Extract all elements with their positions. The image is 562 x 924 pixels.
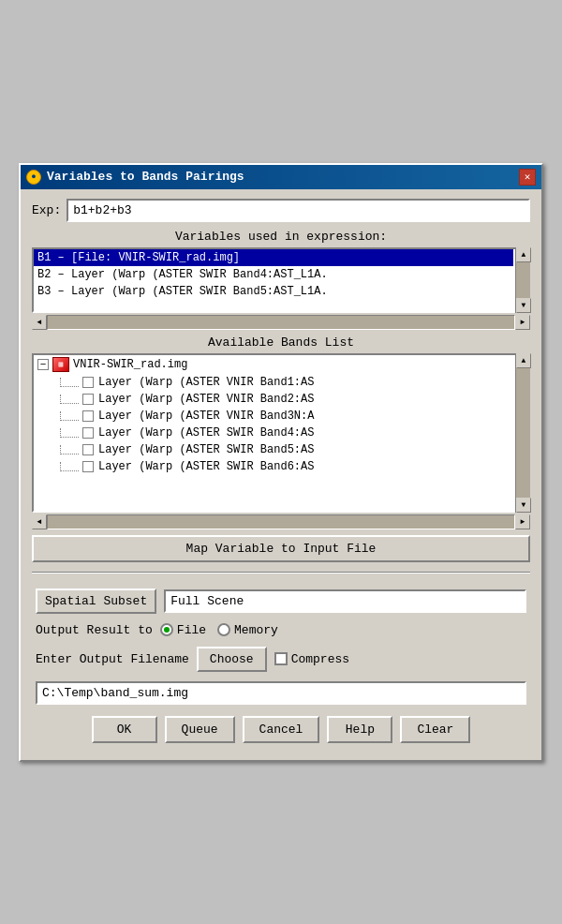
variables-list-wrapper: B1 – [File: VNIR-SWIR_rad.img] B2 – Laye…: [32, 247, 530, 313]
band-checkbox-5[interactable]: [82, 461, 94, 472]
output-radio-group: File Memory: [160, 623, 278, 637]
bands-scroll-up[interactable]: ▲: [516, 353, 531, 368]
bands-scroll-down[interactable]: ▼: [516, 498, 531, 513]
band-label-3: Layer (Warp (ASTER SWIR Band4:AS: [98, 426, 314, 440]
bands-section-label: Available Bands List: [32, 335, 530, 350]
bands-scroll-track[interactable]: [516, 368, 530, 498]
vars-scroll-left[interactable]: ◄: [32, 315, 47, 330]
tree-connector-4: [60, 445, 79, 455]
close-button[interactable]: ✕: [519, 169, 536, 186]
map-variable-button[interactable]: Map Variable to Input File: [32, 535, 530, 562]
band-label-0: Layer (Warp (ASTER VNIR Band1:AS: [98, 376, 314, 389]
vars-scroll-down[interactable]: ▼: [516, 298, 531, 313]
band-item-3[interactable]: Layer (Warp (ASTER SWIR Band4:AS: [34, 425, 513, 441]
radio-file-label: File: [177, 623, 206, 637]
tree-root-label: VNIR-SWIR_rad.img: [73, 358, 187, 371]
variables-section-label: Variables used in expression:: [32, 230, 530, 244]
divider: [32, 572, 530, 574]
file-icon: ▦: [52, 357, 69, 372]
variable-item-1[interactable]: B2 – Layer (Warp (ASTER SWIR Band4:AST_L…: [34, 266, 513, 283]
bands-vscrollbar: ▲ ▼: [515, 353, 530, 513]
radio-file-circle[interactable]: [160, 623, 173, 636]
main-content: Exp: Variables used in expression: B1 – …: [21, 189, 541, 760]
bands-list[interactable]: − ▦ VNIR-SWIR_rad.img Layer (Warp (ASTER…: [32, 353, 530, 513]
band-label-1: Layer (Warp (ASTER VNIR Band2:AS: [98, 393, 314, 406]
tree-connector-5: [60, 462, 79, 471]
action-buttons-row: OK Queue Cancel Help Clear: [36, 716, 526, 743]
band-item-4[interactable]: Layer (Warp (ASTER SWIR Band5:AS: [34, 441, 513, 458]
clear-button[interactable]: Clear: [400, 716, 470, 743]
help-button[interactable]: Help: [327, 716, 392, 743]
title-bar: ● Variables to Bands Pairings ✕: [21, 165, 541, 189]
vars-scroll-up[interactable]: ▲: [516, 247, 531, 262]
output-path-display: C:\Temp\band_sum.img: [36, 681, 526, 705]
bottom-section: Spatial Subset Full Scene Output Result …: [32, 581, 530, 751]
band-checkbox-4[interactable]: [82, 444, 94, 455]
band-label-2: Layer (Warp (ASTER VNIR Band3N:A: [98, 410, 314, 423]
output-result-row: Output Result to File Memory: [36, 623, 526, 637]
tree-root[interactable]: − ▦ VNIR-SWIR_rad.img: [34, 355, 513, 374]
tree-connector-2: [60, 411, 79, 421]
radio-file[interactable]: File: [160, 623, 206, 637]
spatial-subset-value: Full Scene: [164, 589, 526, 613]
band-item-1[interactable]: Layer (Warp (ASTER VNIR Band2:AS: [34, 391, 513, 408]
radio-memory-label: Memory: [234, 623, 278, 637]
compress-label: Compress: [291, 652, 349, 666]
filename-row: Enter Output Filename Choose Compress: [36, 647, 526, 672]
band-checkbox-1[interactable]: [82, 394, 94, 405]
compress-item: Compress: [274, 652, 349, 666]
variable-item-2[interactable]: B3 – Layer (Warp (ASTER SWIR Band5:AST_L…: [34, 283, 513, 300]
variables-hscrollbar: ◄ ►: [32, 315, 530, 330]
vars-scroll-track[interactable]: [516, 262, 530, 298]
exp-label: Exp:: [32, 203, 61, 217]
tree-connector-3: [60, 428, 79, 438]
ok-button[interactable]: OK: [92, 716, 157, 743]
cancel-button[interactable]: Cancel: [243, 716, 320, 743]
band-item-2[interactable]: Layer (Warp (ASTER VNIR Band3N:A: [34, 408, 513, 425]
tree-connector-0: [60, 378, 79, 387]
output-result-label: Output Result to: [36, 623, 153, 637]
band-label-4: Layer (Warp (ASTER SWIR Band5:AS: [98, 443, 314, 456]
radio-memory-circle[interactable]: [217, 623, 230, 636]
band-label-5: Layer (Warp (ASTER SWIR Band6:AS: [98, 460, 314, 473]
band-item-5[interactable]: Layer (Warp (ASTER SWIR Band6:AS: [34, 458, 513, 475]
tree-collapse[interactable]: −: [37, 359, 49, 370]
bands-hscroll-track[interactable]: [47, 514, 515, 529]
queue-button[interactable]: Queue: [165, 716, 235, 743]
variables-vscrollbar: ▲ ▼: [515, 247, 530, 313]
band-item-0[interactable]: Layer (Warp (ASTER VNIR Band1:AS: [34, 374, 513, 391]
bands-list-wrapper: − ▦ VNIR-SWIR_rad.img Layer (Warp (ASTER…: [32, 353, 530, 513]
variables-list[interactable]: B1 – [File: VNIR-SWIR_rad.img] B2 – Laye…: [32, 247, 530, 313]
band-checkbox-0[interactable]: [82, 377, 94, 388]
expression-input[interactable]: [67, 199, 530, 222]
compress-checkbox[interactable]: [274, 652, 288, 665]
window-title: Variables to Bands Pairings: [47, 170, 244, 184]
bands-scroll-left[interactable]: ◄: [32, 514, 47, 529]
main-window: ● Variables to Bands Pairings ✕ Exp: Var…: [19, 163, 543, 762]
expression-row: Exp:: [32, 199, 530, 222]
spatial-subset-row: Spatial Subset Full Scene: [36, 589, 526, 614]
band-checkbox-2[interactable]: [82, 410, 94, 422]
tree-connector-1: [60, 395, 79, 404]
vars-scroll-right[interactable]: ►: [515, 315, 530, 330]
bands-hscrollbar: ◄ ►: [32, 514, 530, 529]
bands-scroll-right[interactable]: ►: [515, 514, 530, 529]
band-checkbox-3[interactable]: [82, 427, 94, 439]
title-bar-left: ● Variables to Bands Pairings: [26, 170, 244, 185]
radio-memory[interactable]: Memory: [217, 623, 278, 637]
variable-item-0[interactable]: B1 – [File: VNIR-SWIR_rad.img]: [34, 249, 513, 266]
window-icon: ●: [26, 170, 41, 185]
choose-button[interactable]: Choose: [197, 647, 267, 672]
vars-hscroll-track[interactable]: [47, 315, 515, 330]
spatial-subset-button[interactable]: Spatial Subset: [36, 589, 156, 614]
filename-label: Enter Output Filename: [36, 652, 189, 666]
